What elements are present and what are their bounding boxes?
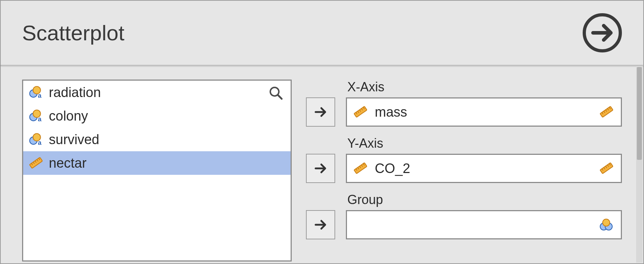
- search-icon[interactable]: [269, 86, 283, 101]
- variable-label: survived: [49, 132, 99, 147]
- run-button[interactable]: [583, 13, 622, 52]
- dialog-body: radiation colony survived nectar: [1, 66, 643, 263]
- variable-label: radiation: [49, 85, 101, 100]
- arrow-right-icon: [313, 105, 328, 119]
- assign-group-button[interactable]: [306, 210, 335, 239]
- variable-item[interactable]: radiation: [23, 81, 291, 104]
- y-axis-slot[interactable]: CO_2: [346, 154, 622, 183]
- arrow-right-icon: [589, 20, 615, 46]
- x-axis-slot[interactable]: mass: [346, 97, 622, 127]
- nominal-icon: [28, 132, 43, 147]
- dialog-scatterplot: Scatterplot radiation colony survived: [0, 0, 644, 264]
- variable-label: nectar: [49, 156, 87, 171]
- nominal-icon: [599, 217, 614, 232]
- dialog-title: Scatterplot: [22, 21, 124, 45]
- scale-icon: [353, 105, 368, 120]
- scale-icon: [599, 105, 614, 120]
- scrollbar-thumb[interactable]: [637, 67, 642, 160]
- variable-list[interactable]: radiation colony survived nectar: [22, 80, 292, 262]
- variable-label: colony: [49, 108, 88, 124]
- assignment-column: X-Axis mass Y-Axis: [306, 80, 622, 239]
- variable-item[interactable]: nectar: [23, 151, 291, 175]
- variable-item[interactable]: colony: [23, 104, 291, 128]
- nominal-icon: [28, 85, 43, 100]
- x-axis-block: X-Axis mass: [306, 80, 622, 127]
- group-label: Group: [346, 192, 622, 207]
- variable-item[interactable]: survived: [23, 128, 291, 151]
- arrow-right-icon: [313, 218, 328, 232]
- x-axis-value: mass: [375, 105, 407, 120]
- group-block: Group: [306, 192, 622, 239]
- assign-y-button[interactable]: [306, 154, 335, 183]
- nominal-icon: [28, 108, 43, 123]
- x-axis-label: X-Axis: [346, 80, 622, 95]
- group-slot[interactable]: [346, 210, 622, 239]
- y-axis-block: Y-Axis CO_2: [306, 136, 622, 183]
- scale-icon: [353, 161, 368, 176]
- scale-icon: [599, 161, 614, 176]
- y-axis-label: Y-Axis: [346, 136, 622, 151]
- vertical-scrollbar[interactable]: [636, 66, 643, 263]
- scale-icon: [28, 156, 43, 171]
- assign-x-button[interactable]: [306, 97, 335, 127]
- y-axis-value: CO_2: [375, 161, 410, 176]
- dialog-header: Scatterplot: [1, 1, 643, 65]
- arrow-right-icon: [313, 161, 328, 176]
